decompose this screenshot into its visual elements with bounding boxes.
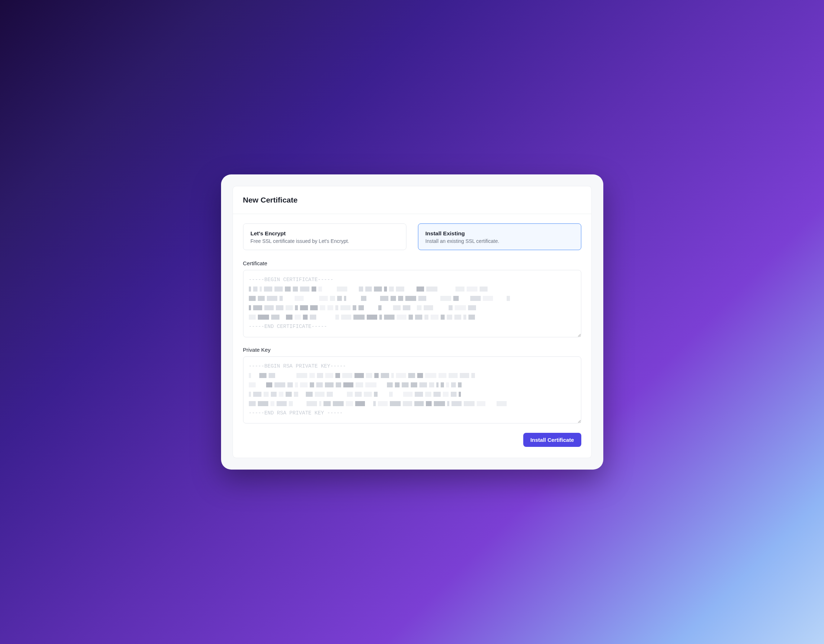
page-title: New Certificate (243, 196, 581, 204)
private-key-textarea[interactable] (243, 356, 581, 424)
certificate-label: Certificate (243, 260, 581, 266)
card-header: New Certificate (233, 186, 592, 214)
option-lets-encrypt-desc: Free SSL certificate issued by Let's Enc… (251, 238, 399, 244)
certificate-card: New Certificate Let's Encrypt Free SSL c… (232, 186, 592, 458)
option-lets-encrypt-title: Let's Encrypt (251, 230, 399, 237)
private-key-field-wrap: -----BEGIN RSA PRIVATE KEY----- -----END… (243, 356, 581, 425)
certificate-type-options: Let's Encrypt Free SSL certificate issue… (243, 224, 581, 250)
option-install-existing[interactable]: Install Existing Install an existing SSL… (418, 224, 581, 250)
certificate-field-wrap: -----BEGIN CERTIFICATE----- -----END CER… (243, 270, 581, 339)
option-lets-encrypt[interactable]: Let's Encrypt Free SSL certificate issue… (243, 224, 406, 250)
option-install-existing-title: Install Existing (426, 230, 574, 237)
private-key-label: Private Key (243, 347, 581, 353)
install-certificate-button[interactable]: Install Certificate (523, 433, 581, 447)
certificate-textarea[interactable] (243, 270, 581, 337)
option-install-existing-desc: Install an existing SSL certificate. (426, 238, 574, 244)
card-body: Let's Encrypt Free SSL certificate issue… (233, 214, 592, 458)
actions-row: Install Certificate (243, 433, 581, 447)
outer-panel: New Certificate Let's Encrypt Free SSL c… (221, 175, 603, 469)
